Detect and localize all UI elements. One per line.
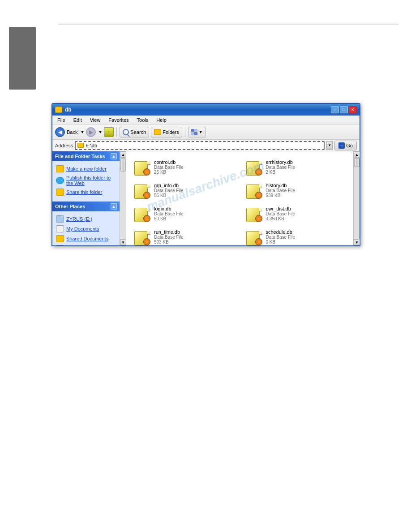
my-computer-item[interactable]: My Computer (56, 244, 116, 245)
share-folder-label: Share this folder (66, 189, 102, 195)
file-size: 0 KB (266, 240, 346, 245)
menu-bar: File Edit View Favorites Tools Help (52, 116, 360, 124)
toolbar-separator-2 (185, 127, 185, 137)
file-item[interactable]: pwr_dist.db Data Base File 3,350 KB (244, 204, 347, 224)
scrollbar-track (120, 158, 126, 239)
window-controls: − □ ✕ (331, 106, 357, 113)
file-name: history.db (266, 183, 346, 188)
file-item[interactable]: history.db Data Base File 539 KB (244, 181, 347, 201)
address-value: E:\db (86, 143, 97, 148)
menu-file[interactable]: File (56, 117, 67, 123)
publish-icon (56, 177, 64, 184)
maximize-button[interactable]: □ (340, 106, 348, 113)
share-icon (56, 189, 64, 196)
file-type: Data Base File (154, 188, 234, 193)
zyrus-drive-label: ZYRUS (E:) (66, 216, 92, 222)
file-size: 3,350 KB (266, 216, 346, 221)
scrollbar-thumb[interactable] (120, 158, 126, 172)
main-content: ▲ ▼ File and Folder Tasks ▲ Make a new f… (52, 151, 360, 245)
back-dropdown-arrow[interactable]: ▼ (80, 130, 84, 134)
up-button[interactable]: ↑ (104, 127, 114, 137)
my-documents-item[interactable]: My Documents (56, 224, 116, 234)
file-item[interactable]: grp_info.db Data Base File 55 KB (133, 181, 235, 201)
file-icon (134, 159, 150, 176)
views-button[interactable]: ▼ (188, 127, 206, 137)
back-button[interactable]: ◀ (55, 127, 65, 137)
file-area-container: control.db Data Base File 25 KB errhisto… (126, 151, 360, 245)
toolbar-separator-1 (116, 127, 117, 137)
views-dropdown-arrow[interactable]: ▼ (199, 130, 203, 134)
other-places-header[interactable]: Other Places ▲ (52, 202, 120, 211)
file-icon (134, 183, 150, 199)
file-type: Data Base File (266, 211, 346, 216)
file-item[interactable]: login.db Data Base File 50 KB (133, 204, 235, 224)
file-name: grp_info.db (154, 183, 234, 188)
make-new-folder-label: Make a new folder (66, 166, 107, 172)
views-icon (191, 129, 197, 135)
forward-button[interactable]: ▶ (86, 127, 96, 137)
address-label: Address (55, 143, 73, 148)
address-bar: Address E:\db ▼ → Go (52, 140, 360, 151)
right-scrollbar-down[interactable]: ▼ (354, 239, 360, 245)
shared-documents-icon (56, 235, 64, 242)
left-sidebar-strip (9, 27, 36, 90)
window-icon (55, 107, 62, 113)
file-item[interactable]: errhistory.db Data Base File 2 KB (244, 158, 347, 177)
file-icon (134, 229, 150, 245)
title-bar: db − □ ✕ (52, 104, 360, 116)
forward-dropdown-arrow[interactable]: ▼ (98, 130, 102, 134)
file-area: control.db Data Base File 25 KB errhisto… (126, 151, 353, 245)
file-item[interactable]: run_time.db Data Base File 503 KB (133, 227, 235, 245)
left-panel: ▲ ▼ File and Folder Tasks ▲ Make a new f… (52, 151, 126, 245)
my-documents-icon (56, 225, 64, 232)
search-label: Search (130, 129, 146, 135)
other-places-collapse[interactable]: ▲ (111, 203, 117, 210)
right-scrollbar: ▲ ▼ (353, 151, 360, 245)
go-label: Go (346, 143, 353, 148)
file-folder-tasks-content: Make a new folder Publish this folder to… (52, 161, 120, 200)
left-panel-content: File and Folder Tasks ▲ Make a new folde… (52, 151, 126, 245)
zyrus-drive-icon (56, 215, 64, 223)
right-scrollbar-up[interactable]: ▲ (354, 151, 360, 158)
file-folder-tasks-header[interactable]: File and Folder Tasks ▲ (52, 151, 120, 161)
zyrus-drive-item[interactable]: ZYRUS (E:) (56, 214, 116, 224)
share-folder-item[interactable]: Share this folder (56, 187, 116, 197)
menu-help[interactable]: Help (155, 117, 168, 123)
menu-favorites[interactable]: Favorites (107, 117, 130, 123)
scrollbar-up[interactable]: ▲ (120, 151, 126, 158)
address-dropdown[interactable]: ▼ (326, 141, 333, 150)
file-folder-tasks-collapse[interactable]: ▲ (111, 153, 117, 159)
explorer-window: db − □ ✕ File Edit View Favorites Tools … (51, 103, 360, 246)
file-info: run_time.db Data Base File 503 KB (154, 229, 234, 245)
file-name: errhistory.db (266, 159, 346, 165)
file-name: run_time.db (154, 229, 234, 235)
shared-documents-label: Shared Documents (66, 236, 108, 241)
other-places-label: Other Places (55, 204, 85, 209)
folders-icon (154, 129, 161, 135)
left-panel-scrollbar: ▲ ▼ (120, 151, 126, 245)
menu-tools[interactable]: Tools (136, 117, 150, 123)
file-item[interactable]: control.db Data Base File 25 KB (133, 158, 235, 177)
minimize-button[interactable]: − (331, 106, 339, 113)
file-type: Data Base File (154, 211, 234, 216)
shared-documents-item[interactable]: Shared Documents (56, 234, 116, 244)
other-places-content: ZYRUS (E:) My Documents Shared Documents… (52, 211, 120, 245)
file-name: control.db (154, 159, 234, 165)
menu-view[interactable]: View (89, 117, 102, 123)
file-type: Data Base File (266, 188, 346, 193)
file-size: 55 KB (154, 193, 234, 198)
file-size: 539 KB (266, 193, 346, 198)
folders-button[interactable]: Folders (151, 127, 182, 137)
file-icon (246, 159, 262, 176)
scrollbar-down[interactable]: ▼ (120, 239, 126, 245)
right-scrollbar-thumb[interactable] (354, 158, 360, 167)
make-new-folder-item[interactable]: Make a new folder (56, 164, 116, 174)
menu-edit[interactable]: Edit (72, 117, 83, 123)
file-icon (246, 206, 262, 222)
address-input[interactable]: E:\db (75, 141, 325, 150)
search-button[interactable]: Search (120, 127, 149, 137)
go-button[interactable]: → Go (334, 141, 357, 150)
file-item[interactable]: schedule.db Data Base File 0 KB (244, 227, 347, 245)
publish-folder-item[interactable]: Publish this folder to the Web (56, 174, 116, 187)
close-button[interactable]: ✕ (349, 106, 357, 113)
